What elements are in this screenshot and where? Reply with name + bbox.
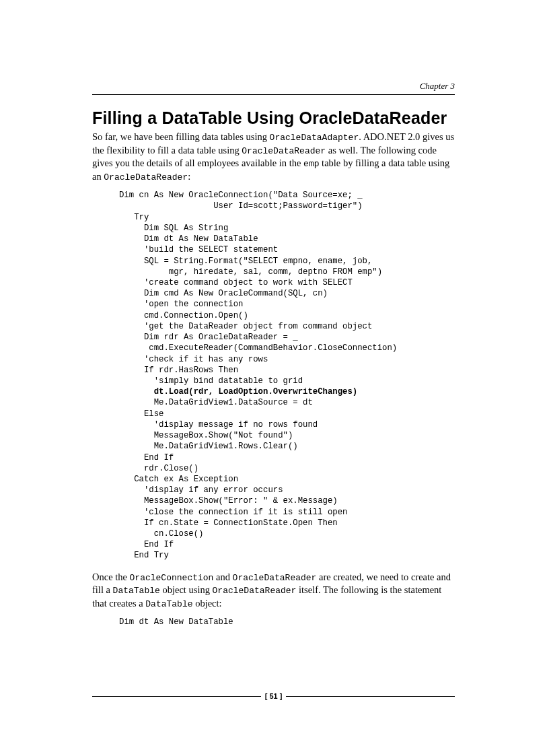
code-inline: OracleConnection — [130, 573, 214, 583]
code-line: User Id=scott;Password=tiger") — [119, 201, 363, 211]
text: and — [213, 572, 232, 582]
code-line: Dim dt As New DataTable — [119, 617, 233, 627]
code-line: 'open the connection — [119, 300, 243, 309]
code-line: SQL = String.Format("SELECT empno, ename… — [119, 256, 372, 266]
code-line: End If — [119, 540, 174, 549]
code-line: rdr.Close() — [119, 464, 198, 473]
text: object: — [193, 598, 222, 609]
code-line: 'create command object to work with SELE… — [119, 278, 353, 287]
code-line: Try — [119, 213, 149, 222]
code-line: Dim SQL As String — [119, 224, 228, 233]
code-block-main: Dim cn As New OracleConnection("Data Sou… — [119, 190, 455, 561]
code-inline: OracleDataReader — [233, 573, 317, 583]
code-line: Catch ex As Exception — [119, 475, 238, 484]
footer-rule-right — [286, 696, 455, 697]
code-line: Me.DataGridView1.Rows.Clear() — [119, 442, 298, 451]
code-line: cmd.ExecuteReader(CommandBehavior.CloseC… — [119, 343, 397, 353]
code-line: 'display if any error occurs — [119, 485, 283, 495]
code-line: cn.Close() — [119, 529, 203, 539]
code-line: If cn.State = ConnectionState.Open Then — [119, 518, 338, 528]
chapter-label: Chapter 3 — [92, 81, 455, 92]
code-line: 'simply bind datatable to grid — [119, 376, 303, 386]
code-inline: DataTable — [113, 586, 160, 596]
code-line: cmd.Connection.Open() — [119, 311, 248, 320]
code-line: 'build the SELECT statement — [119, 245, 278, 254]
code-line: Me.DataGridView1.DataSource = dt — [119, 398, 313, 407]
code-line: Dim cn As New OracleConnection("Data Sou… — [119, 191, 363, 200]
code-line: MessageBox.Show("Error: " & ex.Message) — [119, 496, 338, 506]
footer-rule-left — [92, 696, 261, 697]
page-footer: [ 51 ] — [92, 692, 455, 700]
section-heading: Filling a DataTable Using OracleDataRead… — [92, 108, 455, 128]
code-line: 'check if it has any rows — [119, 355, 268, 364]
intro-paragraph: So far, we have been filling data tables… — [92, 131, 455, 183]
code-inline: OracleDataAdapter — [270, 133, 359, 143]
code-block-small: Dim dt As New DataTable — [119, 617, 455, 627]
code-line: If rdr.HasRows Then — [119, 366, 238, 375]
text: Once the — [92, 572, 130, 582]
page-number: [ 51 ] — [261, 692, 287, 700]
code-line: 'close the connection if it is still ope… — [119, 508, 347, 517]
text: So far, we have been filling data tables… — [92, 131, 270, 142]
code-line: mgr, hiredate, sal, comm, deptno FROM em… — [119, 267, 382, 277]
code-line: Dim dt As New DataTable — [119, 234, 258, 244]
code-inline: DataTable — [145, 599, 192, 609]
code-line: End Try — [119, 551, 169, 560]
header-rule — [92, 94, 455, 95]
text: : — [188, 171, 190, 182]
mid-paragraph: Once the OracleConnection and OracleData… — [92, 571, 455, 611]
code-line: 'get the DataReader object from command … — [119, 322, 372, 331]
code-inline: emp — [303, 159, 319, 169]
code-line: Dim rdr As OracleDataReader = _ — [119, 333, 298, 342]
code-line: Else — [119, 409, 163, 419]
code-line-emphasis: dt.Load(rdr, LoadOption.OverwriteChanges… — [119, 387, 357, 397]
code-line: 'display message if no rows found — [119, 420, 318, 429]
code-line: End If — [119, 453, 174, 462]
code-line: Dim cmd As New OracleCommand(SQL, cn) — [119, 289, 328, 298]
code-inline: OracleDataReader — [104, 172, 188, 182]
code-inline: OracleDataReader — [213, 586, 297, 596]
page: Chapter 3 Filling a DataTable Using Orac… — [0, 0, 549, 756]
text: object using — [160, 584, 213, 595]
code-line: MessageBox.Show("Not found") — [119, 431, 293, 440]
code-inline: OracleDataReader — [242, 146, 326, 156]
